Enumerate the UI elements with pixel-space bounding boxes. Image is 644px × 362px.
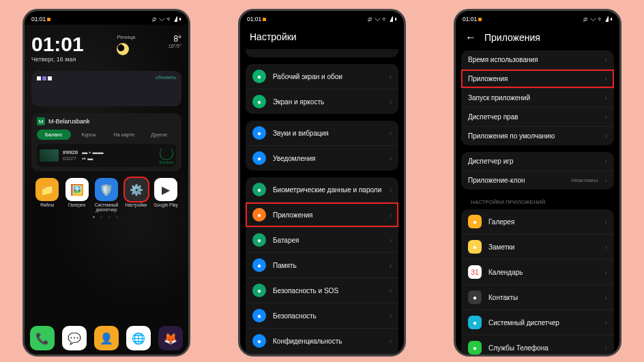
balance-label: Баланс [160, 160, 173, 164]
tab-balance[interactable]: Баланс [37, 130, 71, 140]
date-label: Четверг, 16 мая [31, 56, 84, 63]
tab-rates[interactable]: Курсы [72, 130, 106, 140]
item-label: Конфиденциальность [273, 337, 383, 345]
settings-item[interactable]: ●Приложения› [246, 202, 398, 228]
settings-item[interactable]: ●Память› [246, 253, 398, 278]
chevron-icon: › [605, 75, 607, 82]
status-icons: ⌀ ⌵ ᯤ ◢ ▮ [151, 16, 181, 22]
item-label: Диспетчер игр [468, 157, 598, 165]
refresh-icon[interactable] [160, 147, 173, 160]
item-icon: ● [468, 240, 482, 254]
item-label: Системный диспетчер [488, 319, 598, 327]
page-title: Приложения [484, 32, 540, 43]
settings-item[interactable]: Приложения по умолчанию› [461, 127, 614, 145]
settings-item[interactable]: Приложение-клонНеактивно› [461, 171, 614, 190]
chrome-icon[interactable]: 🌐 [126, 326, 151, 350]
weather-temp[interactable]: 8° 10°/5° [169, 34, 181, 48]
messages-icon[interactable]: 💬 [62, 326, 87, 350]
settings-item[interactable]: ●Звуки и вибрация› [246, 121, 398, 146]
bank-tabs: Баланс Курсы На карте Другое [37, 130, 176, 140]
settings-item[interactable]: ●Биометрические данные и пароли› [246, 177, 398, 202]
status-bar: 01:01 ⌀ ⌵ ᯤ ◢ ▮ [240, 11, 404, 26]
card-number: #9928 [63, 149, 78, 155]
chevron-icon: › [390, 312, 392, 320]
settings-item[interactable]: ●Безопасность› [246, 303, 398, 329]
settings-item[interactable]: ●Рабочий экран и обои› [246, 64, 398, 89]
item-label: Биометрические данные и пароли [273, 186, 383, 194]
settings-item[interactable]: ●Данные о местоположении› [246, 354, 398, 357]
item-label: Запуск приложений [468, 94, 598, 102]
update-button[interactable]: обновить [156, 75, 176, 80]
item-icon: ● [252, 258, 266, 272]
chevron-icon: › [605, 269, 607, 276]
settings-item[interactable]: ●Батарея› [246, 228, 398, 253]
item-label: Приложения [468, 75, 598, 82]
app-icon[interactable]: 📁Файлы [33, 178, 61, 212]
clock-widget[interactable]: 01:01 [31, 34, 84, 55]
tab-map[interactable]: На карте [107, 130, 141, 140]
firefox-icon[interactable]: 🦊 [158, 326, 183, 350]
settings-item[interactable]: ●Галерея› [461, 209, 614, 235]
settings-item[interactable]: 31Календарь› [461, 260, 614, 285]
bank-name: M-Belarusbank [48, 118, 90, 125]
page-dots: ● ○ ○ ○ [31, 215, 181, 219]
rec-icon [47, 18, 50, 21]
settings-item[interactable]: Диспетчер прав› [461, 108, 614, 127]
back-button[interactable]: ← [465, 31, 476, 44]
settings-item[interactable]: ●Службы Телефона› [461, 335, 614, 357]
chevron-icon: › [390, 130, 392, 137]
chevron-icon: › [605, 294, 607, 301]
phone-settings: 01:01 ⌀ ⌵ ᯤ ◢ ▮ Настройки ●Рабочий экран… [238, 9, 406, 357]
item-label: Приложения [273, 211, 383, 219]
section-title: НАСТРОЙКИ ПРИЛОЖЕНИЙ [461, 196, 614, 209]
settings-item[interactable]: Диспетчер игр› [461, 152, 614, 171]
item-label: Экран и яркость [273, 98, 383, 106]
item-label: Безопасность [273, 312, 383, 320]
item-icon: ● [252, 126, 266, 140]
app-icon[interactable]: 🖼️Галерея [63, 178, 91, 212]
item-sublabel: Неактивно [571, 177, 598, 183]
chevron-icon: › [390, 262, 392, 269]
chevron-icon: › [390, 155, 392, 162]
phone-homescreen: 01:01 ⌀ ⌵ ᯤ ◢ ▮ 01:01 Четверг, 16 мая Ре… [23, 9, 190, 357]
item-icon: ● [468, 290, 482, 304]
item-label: Звуки и вибрация [273, 130, 383, 137]
settings-item[interactable]: ●Конфиденциальность› [246, 329, 398, 354]
chevron-icon: › [605, 177, 607, 184]
item-label: Уведомления [273, 155, 383, 162]
item-icon: ● [252, 95, 266, 108]
city-label: Речица [117, 34, 135, 40]
chevron-icon: › [605, 113, 607, 121]
music-widget[interactable]: обновить [31, 71, 181, 106]
settings-item[interactable]: ●Заметки› [461, 235, 614, 260]
settings-item[interactable]: Время использования› [461, 50, 614, 70]
chevron-icon: › [390, 237, 392, 244]
tab-other[interactable]: Другое [143, 130, 177, 140]
settings-item[interactable]: ●Безопасность и SOS› [246, 278, 398, 303]
app-icon[interactable]: ⚙️Настройки [123, 178, 150, 212]
item-label: Галерея [488, 218, 598, 226]
settings-item[interactable]: Запуск приложений› [461, 89, 614, 108]
settings-item[interactable]: Приложения› [461, 70, 614, 89]
chevron-icon: › [390, 287, 392, 295]
item-label: Диспетчер прав [468, 113, 598, 121]
phone-icon[interactable]: 📞 [30, 326, 55, 350]
card-date: 03/27 [63, 155, 78, 162]
chevron-icon: › [390, 73, 392, 80]
settings-item[interactable]: ●Контакты› [461, 285, 614, 310]
settings-item[interactable]: ●Уведомления› [246, 146, 398, 170]
chevron-icon: › [390, 337, 392, 345]
item-label: Батарея [273, 237, 383, 244]
item-label: Рабочий экран и обои [273, 73, 383, 80]
app-icon[interactable]: 🛡️Системный диспетчер [93, 178, 120, 212]
contacts-icon[interactable]: 👤 [94, 326, 119, 350]
app-icon[interactable]: ▶Google Play [152, 178, 179, 212]
item-label: Контакты [488, 294, 598, 301]
bank-widget[interactable]: МM-Belarusbank Баланс Курсы На карте Дру… [31, 113, 181, 171]
settings-item[interactable]: ●Экран и яркость› [246, 89, 398, 114]
item-icon: ● [252, 183, 266, 196]
chevron-icon: › [605, 243, 607, 251]
item-label: Приложение-клон [468, 177, 564, 184]
settings-item[interactable]: ●Системный диспетчер› [461, 310, 614, 335]
item-label: Службы Телефона [488, 344, 598, 352]
